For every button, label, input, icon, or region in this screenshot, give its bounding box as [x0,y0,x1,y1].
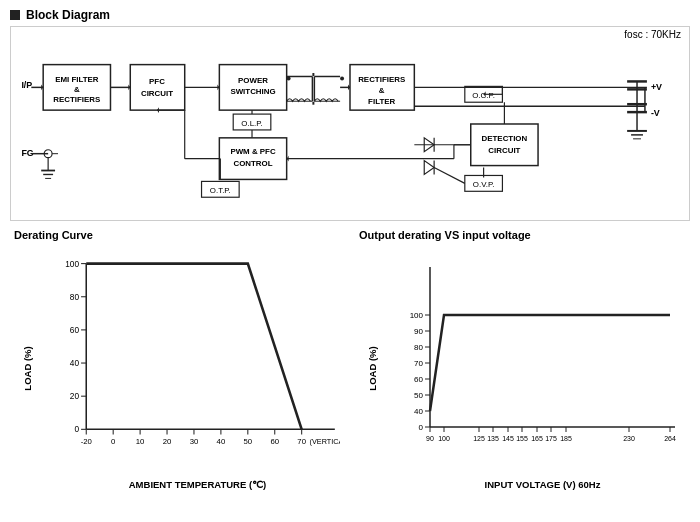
svg-text:RECTIFIERS: RECTIFIERS [358,75,405,84]
svg-text:50: 50 [244,437,253,446]
derating-x-label: AMBIENT TEMPERATURE (℃) [50,479,345,490]
svg-text:100: 100 [410,311,424,320]
svg-text:0: 0 [111,437,115,446]
output-y-axis: LOAD (%) [355,247,390,490]
svg-text:20: 20 [70,392,80,401]
svg-text:&: & [74,85,80,94]
svg-text:I/P: I/P [21,80,32,90]
output-derating-chart-wrapper: LOAD (%) 0 40 [355,247,690,490]
fosc-label: fosc : 70KHz [624,29,681,40]
svg-marker-43 [128,84,130,90]
svg-text:155: 155 [516,435,528,442]
derating-chart-area: 0 20 40 60 80 100 [50,247,340,477]
svg-text:O.L.P.: O.L.P. [241,119,262,128]
svg-text:EMI FILTER: EMI FILTER [55,75,99,84]
svg-marker-48 [348,84,350,90]
title-square-icon [10,10,20,20]
svg-text:CIRCUIT: CIRCUIT [488,146,520,155]
output-x-label: INPUT VOLTAGE (V) 60Hz [395,479,690,490]
svg-text:100: 100 [65,260,79,269]
svg-text:100: 100 [438,435,450,442]
svg-text:40: 40 [217,437,226,446]
svg-text:135: 135 [487,435,499,442]
svg-text:50: 50 [414,391,423,400]
svg-text:-20: -20 [81,437,92,446]
derating-curve-container: Derating Curve LOAD (%) 0 [10,229,345,514]
svg-point-75 [44,150,52,158]
svg-text:POWER: POWER [238,76,268,85]
svg-point-18 [287,76,291,80]
svg-text:FILTER: FILTER [368,97,395,106]
svg-point-19 [340,76,344,80]
output-derating-svg: 0 40 50 60 70 80 90 [395,247,685,477]
svg-text:CONTROL: CONTROL [233,159,272,168]
svg-text:O.V.P.: O.V.P. [473,180,495,189]
svg-text:+V: +V [651,82,662,92]
svg-text:40: 40 [70,359,80,368]
svg-text:0: 0 [74,425,79,434]
svg-text:O.T.P.: O.T.P. [210,186,231,195]
svg-rect-32 [233,114,271,130]
output-chart-area: 0 40 50 60 70 80 90 [395,247,685,477]
svg-rect-36 [465,86,503,102]
derating-y-axis: LOAD (%) [10,247,45,490]
svg-text:DETECTION: DETECTION [482,134,528,143]
lower-section: Derating Curve LOAD (%) 0 [10,229,690,514]
derating-svg: 0 20 40 60 80 100 [50,247,340,477]
svg-line-73 [434,168,465,184]
svg-text:40: 40 [414,407,423,416]
svg-text:O.C.P.: O.C.P. [472,91,495,100]
svg-rect-34 [202,181,240,197]
svg-text:80: 80 [70,293,80,302]
svg-text:230: 230 [623,435,635,442]
svg-marker-88 [157,107,159,113]
svg-marker-45 [217,84,219,90]
svg-text:70: 70 [414,359,423,368]
svg-text:CIRCUIT: CIRCUIT [141,89,173,98]
svg-text:90: 90 [414,327,423,336]
svg-marker-41 [41,84,43,90]
page: Block Diagram fosc : 70KHz I/P FG EMI FI… [0,0,700,522]
svg-marker-65 [484,91,486,97]
svg-text:60: 60 [414,375,423,384]
svg-text:PFC: PFC [149,77,165,86]
svg-text:20: 20 [163,437,172,446]
svg-text:60: 60 [270,437,279,446]
svg-text:70: 70 [297,437,306,446]
svg-text:FG: FG [21,148,33,158]
svg-text:185: 185 [560,435,572,442]
svg-rect-29 [471,124,538,166]
svg-text:264: 264 [664,435,676,442]
svg-text:SWITCHING: SWITCHING [230,87,275,96]
svg-marker-70 [424,161,434,175]
svg-text:165: 165 [531,435,543,442]
svg-text:80: 80 [414,343,423,352]
svg-rect-22 [350,65,414,111]
svg-marker-68 [424,138,434,152]
svg-text:0: 0 [419,423,424,432]
derating-chart-wrapper: LOAD (%) 0 20 [10,247,345,490]
svg-text:-V: -V [651,108,660,118]
block-diagram-title: Block Diagram [10,8,690,22]
output-derating-container: Output derating VS input voltage LOAD (%… [355,229,690,514]
svg-rect-38 [465,175,503,191]
svg-text:125: 125 [473,435,485,442]
svg-text:60: 60 [70,326,80,335]
svg-text:10: 10 [136,437,145,446]
svg-rect-9 [219,65,286,111]
derating-curve-title: Derating Curve [10,229,345,241]
svg-rect-26 [219,138,286,180]
svg-text:PWM & PFC: PWM & PFC [230,147,276,156]
block-diagram-svg: I/P FG EMI FILTER & RECTIFIERS PFC CIRCU… [11,27,689,220]
block-diagram-area: fosc : 70KHz I/P FG EMI FILTER & RECTIFI… [10,26,690,221]
svg-rect-6 [130,65,184,111]
svg-rect-2 [43,65,110,111]
svg-text:90: 90 [426,435,434,442]
output-derating-title: Output derating VS input voltage [355,229,690,241]
svg-text:145: 145 [502,435,514,442]
svg-text:&: & [379,86,385,95]
svg-text:175: 175 [545,435,557,442]
svg-marker-92 [287,156,289,162]
svg-text:30: 30 [190,437,199,446]
svg-text:(VERTICAL): (VERTICAL) [310,437,340,446]
